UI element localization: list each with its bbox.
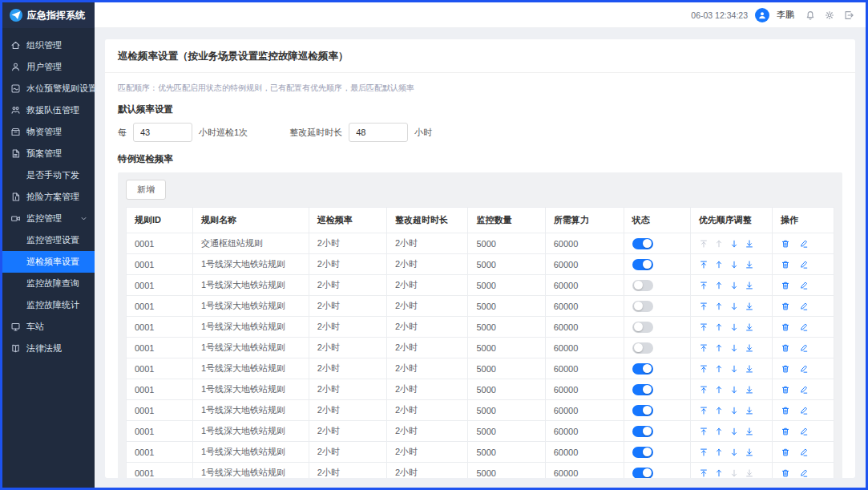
- move-to-top-icon[interactable]: [699, 385, 709, 395]
- edit-icon[interactable]: [799, 322, 809, 332]
- avatar[interactable]: [755, 8, 769, 22]
- sidebar-item-4[interactable]: 物资管理: [2, 121, 95, 143]
- bell-icon[interactable]: [805, 10, 816, 21]
- move-down-icon[interactable]: [729, 364, 739, 374]
- inspection-interval-input[interactable]: [133, 123, 192, 142]
- status-toggle[interactable]: [632, 405, 653, 416]
- move-down-icon[interactable]: [729, 260, 739, 269]
- move-up-icon[interactable]: [714, 406, 724, 415]
- move-down-icon[interactable]: [729, 281, 739, 290]
- status-toggle[interactable]: [632, 238, 653, 249]
- status-toggle[interactable]: [632, 280, 653, 291]
- edit-icon[interactable]: [799, 385, 809, 395]
- status-toggle[interactable]: [632, 322, 653, 333]
- move-to-bottom-icon[interactable]: [745, 468, 754, 478]
- move-to-bottom-icon[interactable]: [745, 364, 754, 374]
- move-down-icon[interactable]: [729, 322, 739, 332]
- edit-icon[interactable]: [799, 447, 809, 457]
- move-up-icon[interactable]: [714, 468, 724, 478]
- move-up-icon[interactable]: [714, 260, 724, 269]
- move-down-icon[interactable]: [729, 468, 739, 478]
- move-down-icon[interactable]: [729, 239, 739, 249]
- move-to-bottom-icon[interactable]: [745, 385, 754, 395]
- sidebar-item-3[interactable]: 救援队伍管理: [2, 99, 95, 121]
- delete-icon[interactable]: [781, 427, 790, 436]
- edit-icon[interactable]: [799, 239, 809, 249]
- move-down-icon[interactable]: [729, 343, 739, 353]
- sidebar-item-9[interactable]: 监控管理设置: [2, 229, 95, 251]
- status-toggle[interactable]: [632, 426, 653, 437]
- status-toggle[interactable]: [632, 342, 653, 354]
- sidebar-item-5[interactable]: 预案管理: [2, 143, 95, 164]
- sidebar-item-7[interactable]: 抢险方案管理: [2, 186, 95, 208]
- sidebar-item-13[interactable]: 车站: [2, 316, 95, 338]
- status-toggle[interactable]: [632, 363, 653, 375]
- move-to-bottom-icon[interactable]: [745, 281, 754, 290]
- move-up-icon[interactable]: [714, 447, 724, 457]
- sidebar-item-2[interactable]: 水位预警规则设置: [2, 78, 95, 99]
- move-up-icon[interactable]: [714, 343, 724, 353]
- sidebar-item-1[interactable]: 用户管理: [2, 56, 95, 78]
- sidebar-item-12[interactable]: 监控故障统计: [2, 294, 95, 316]
- move-to-top-icon[interactable]: [699, 302, 709, 311]
- move-to-bottom-icon[interactable]: [745, 260, 754, 269]
- sidebar-item-0[interactable]: 组织管理: [2, 34, 95, 56]
- move-up-icon[interactable]: [714, 281, 724, 290]
- delete-icon[interactable]: [781, 239, 790, 249]
- move-to-bottom-icon[interactable]: [745, 343, 754, 353]
- move-to-top-icon[interactable]: [699, 239, 709, 249]
- logout-icon[interactable]: [843, 10, 854, 21]
- sidebar-item-14[interactable]: 法律法规: [2, 338, 95, 359]
- move-to-top-icon[interactable]: [699, 468, 709, 478]
- add-rule-button[interactable]: 新增: [126, 180, 166, 200]
- delete-icon[interactable]: [781, 385, 790, 395]
- sidebar-item-8[interactable]: 监控管理: [2, 208, 95, 229]
- edit-icon[interactable]: [799, 427, 809, 436]
- status-toggle[interactable]: [632, 447, 653, 458]
- move-up-icon[interactable]: [714, 364, 724, 374]
- move-to-top-icon[interactable]: [699, 364, 709, 374]
- move-down-icon[interactable]: [729, 427, 739, 436]
- delete-icon[interactable]: [781, 281, 790, 290]
- delete-icon[interactable]: [781, 447, 790, 457]
- edit-icon[interactable]: [799, 468, 809, 478]
- move-to-top-icon[interactable]: [699, 406, 709, 415]
- move-to-bottom-icon[interactable]: [745, 239, 754, 249]
- edit-icon[interactable]: [799, 281, 809, 290]
- edit-icon[interactable]: [799, 364, 809, 374]
- edit-icon[interactable]: [799, 260, 809, 269]
- status-toggle[interactable]: [632, 259, 653, 270]
- delete-icon[interactable]: [781, 406, 790, 415]
- status-toggle[interactable]: [632, 301, 653, 312]
- move-up-icon[interactable]: [714, 322, 724, 332]
- move-to-top-icon[interactable]: [699, 343, 709, 353]
- move-down-icon[interactable]: [729, 385, 739, 395]
- move-up-icon[interactable]: [714, 239, 724, 249]
- move-to-bottom-icon[interactable]: [745, 427, 754, 436]
- move-to-bottom-icon[interactable]: [745, 447, 754, 457]
- move-to-top-icon[interactable]: [699, 427, 709, 436]
- move-to-top-icon[interactable]: [699, 322, 709, 332]
- delete-icon[interactable]: [781, 322, 790, 332]
- rectify-delay-input[interactable]: [349, 123, 408, 142]
- move-to-bottom-icon[interactable]: [745, 406, 754, 415]
- move-down-icon[interactable]: [729, 447, 739, 457]
- sidebar-item-10[interactable]: 巡检频率设置: [2, 251, 95, 273]
- move-to-top-icon[interactable]: [699, 281, 709, 290]
- status-toggle[interactable]: [632, 384, 653, 395]
- edit-icon[interactable]: [799, 406, 809, 415]
- settings-icon[interactable]: [824, 10, 835, 21]
- delete-icon[interactable]: [781, 260, 790, 269]
- move-to-top-icon[interactable]: [699, 447, 709, 457]
- sidebar-item-6[interactable]: 是否手动下发: [2, 164, 95, 186]
- delete-icon[interactable]: [781, 468, 790, 478]
- move-to-top-icon[interactable]: [699, 260, 709, 269]
- delete-icon[interactable]: [781, 302, 790, 311]
- move-to-bottom-icon[interactable]: [745, 322, 754, 332]
- edit-icon[interactable]: [799, 302, 809, 311]
- delete-icon[interactable]: [781, 343, 790, 353]
- status-toggle[interactable]: [632, 468, 653, 478]
- delete-icon[interactable]: [781, 364, 790, 374]
- sidebar-item-11[interactable]: 监控故障查询: [2, 273, 95, 294]
- move-up-icon[interactable]: [714, 385, 724, 395]
